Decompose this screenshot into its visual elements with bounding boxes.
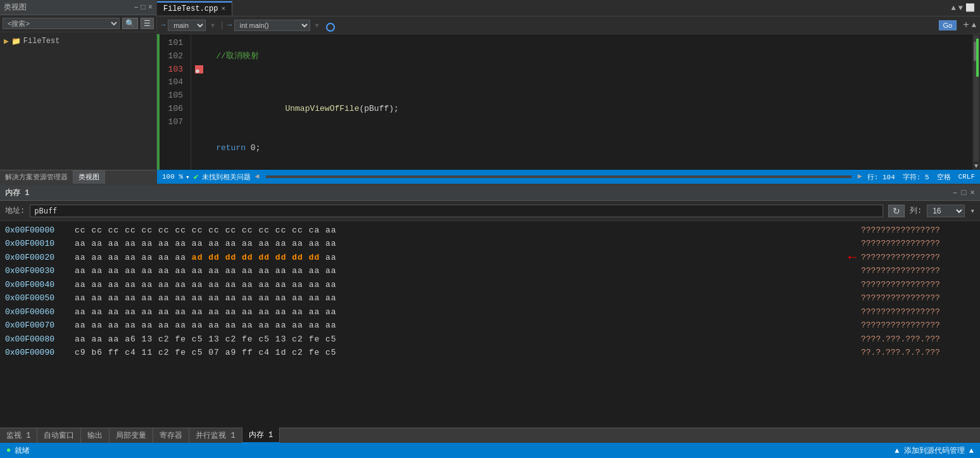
sidebar-filter-button[interactable]: ☰ [141, 18, 154, 29]
memory-float-icon[interactable]: □ [961, 188, 966, 198]
scrollbar-arrow-down[interactable]: ▼ [974, 163, 978, 170]
tab-registers[interactable]: 寄存器 [153, 428, 189, 443]
tab-parallel-watch[interactable]: 并行监视 1 [189, 428, 242, 443]
sidebar-dock-icon[interactable]: □ [141, 3, 146, 12]
sidebar-tree-item-filetest[interactable]: ▶ 📁 FileTest [4, 35, 153, 48]
mem-highlight-ad: ad dd dd dd dd dd dd dd [192, 253, 320, 262]
status-zoom[interactable]: 100 % ▾ [162, 173, 190, 181]
memory-row-9: 0x00F00090 c9 b6 ff c4 11 c2 fe c5 07 a9… [0, 346, 980, 359]
code-line-107: } [196, 169, 972, 170]
toolbar-function-select[interactable]: main [168, 20, 206, 31]
sidebar-close-icon[interactable]: × [148, 3, 153, 12]
editor-tab-arrows-up[interactable]: ▲ [952, 4, 956, 13]
mem-chars-4: ???????????????? [848, 278, 975, 291]
toolbar-sep2: ▾ [313, 19, 322, 32]
cols-dropdown-icon[interactable]: ▾ [970, 206, 975, 216]
mem-chars-5: ???????????????? [848, 291, 975, 305]
sidebar-search-button[interactable]: 🔍 [122, 18, 138, 29]
editor-tab-arrows-down[interactable]: ▼ [958, 4, 963, 13]
sidebar-search-select[interactable]: <搜索> [3, 18, 120, 29]
mem-chars-0: ???????????????? [848, 224, 975, 237]
code-funcname-103: UnmapViewOfFile [265, 104, 359, 113]
cols-select[interactable]: 16 [927, 205, 965, 217]
tree-item-label: FileTest [23, 37, 60, 46]
scroll-left-icon[interactable]: ◄ [254, 172, 259, 181]
tab-auto[interactable]: 自动窗口 [37, 428, 81, 443]
sidebar: 类视图 – □ × <搜索> 🔍 ☰ ▶ 📁 FileTes [0, 0, 157, 184]
go-button[interactable]: Go [939, 20, 957, 30]
editor-toolbar: → main ▾ | → int main() ▾ Go + ▲ [157, 16, 980, 34]
code-line-105: return 0; [196, 142, 972, 155]
status-crlf: CRLF [958, 173, 975, 181]
editor-scroll-up[interactable]: ▲ [972, 21, 976, 30]
status-message: 未找到相关问题 [202, 172, 251, 182]
toolbar-arrow-main: → [161, 21, 165, 30]
mem-chars-2: ???????????????? [848, 251, 975, 264]
sidebar-title-icons: – □ × [134, 3, 153, 12]
status-left: 100 % ▾ ✔ 未找到相关问题 ◄ ► [162, 172, 862, 182]
scroll-right-icon[interactable]: ► [858, 172, 862, 181]
keyword-return: return [216, 143, 246, 153]
line-num-106: 106 [160, 103, 185, 116]
sidebar-tab-solution[interactable]: 解决方案资源管理器 [0, 170, 73, 184]
mem-addr-5: 0x00F00050 [5, 291, 75, 305]
memory-content[interactable]: 0x00F00000 cc cc cc cc cc cc cc cc cc cc… [0, 221, 980, 428]
code-line-101 [196, 37, 972, 50]
mem-bytes-3: aa aa aa aa aa aa aa aa aa aa aa aa aa a… [75, 264, 848, 277]
memory-minimize-icon[interactable]: – [953, 188, 958, 198]
tab-watch1[interactable]: 监视 1 [0, 428, 37, 443]
mem-bytes-6: aa aa aa aa aa aa aa aa aa aa aa aa aa a… [75, 305, 848, 319]
mem-bytes-2: aa aa aa aa aa aa aa ad dd dd dd dd dd d… [75, 251, 848, 264]
memory-close-icon[interactable]: × [970, 188, 975, 198]
add-source-label[interactable]: ▲ 添加到源代码管理 ▲ [895, 445, 974, 456]
tab-output[interactable]: 输出 [81, 428, 110, 443]
mem-bytes-4: aa aa aa aa aa aa aa aa aa aa aa aa aa a… [75, 278, 848, 291]
line-num-101: 101 [160, 37, 185, 50]
mem-addr-6: 0x00F00060 [5, 305, 75, 319]
mem-bytes-7: aa aa aa aa aa aa aa aa aa aa aa aa aa a… [75, 319, 848, 332]
footer-status-bar: ● 就绪 ▲ 添加到源代码管理 ▲ [0, 443, 980, 458]
line-num-102: 102 [160, 50, 185, 63]
footer-right: ▲ 添加到源代码管理 ▲ [895, 445, 974, 456]
status-ready: 就绪 [15, 445, 30, 456]
sidebar-title-bar: 类视图 – □ × [0, 0, 156, 15]
line-num-103: 103 [160, 63, 185, 77]
mem-addr-9: 0x00F00090 [5, 346, 75, 359]
editor-window-btn[interactable]: ⬜ [965, 3, 975, 13]
tab-memory1[interactable]: 内存 1 [242, 428, 280, 443]
sidebar-pin-icon[interactable]: – [134, 3, 138, 12]
mem-addr-8: 0x00F00080 [5, 333, 75, 346]
editor-add-btn[interactable]: + [963, 20, 969, 31]
editor-tab-filecpp[interactable]: FileTest.cpp × [157, 1, 232, 15]
line-num-107: 107 [160, 116, 185, 129]
scrollbar-track[interactable] [974, 35, 979, 162]
mem-chars-8: ????.???.???.??? [848, 333, 975, 346]
memory-row-0: 0x00F00000 cc cc cc cc cc cc cc cc cc cc… [0, 224, 980, 237]
code-area[interactable]: //取消映射 ● UnmapViewOfFile(pBuff); return … [191, 34, 972, 170]
memory-title: 内存 1 [5, 188, 29, 198]
line-num-104: 104 [160, 76, 185, 89]
cols-label: 列: [910, 205, 922, 216]
memory-address-bar: 地址: ↻ 列: 16 ▾ [0, 201, 980, 221]
status-right: 行: 104 字符: 5 空格 CRLF [867, 172, 975, 182]
mem-bytes-5: aa aa aa aa aa aa aa aa aa aa aa aa aa a… [75, 291, 848, 305]
address-input[interactable] [30, 205, 883, 217]
code-line-102: //取消映射 [196, 50, 972, 63]
editor-scrollbar[interactable]: ▼ [972, 34, 980, 170]
refresh-button[interactable]: ↻ [888, 205, 905, 217]
status-space: 空格 [937, 172, 951, 182]
scroll-track[interactable] [266, 175, 851, 178]
memory-row-5: 0x00F00050 aa aa aa aa aa aa aa aa aa aa… [0, 291, 980, 305]
sidebar-tab-class[interactable]: 类视图 [73, 170, 105, 184]
mem-chars-9: ??.?.???.?.?.??? [848, 346, 975, 359]
tab-locals[interactable]: 局部变量 [110, 428, 153, 443]
toolbar-scope-select[interactable]: int main() [234, 20, 310, 31]
mem-chars-3: ???????????????? [848, 264, 975, 277]
editor-content[interactable]: 101 102 103 104 105 106 107 //取消映射 [157, 34, 972, 170]
zoom-dropdown-icon[interactable]: ▾ [185, 173, 190, 181]
mem-addr-7: 0x00F00070 [5, 319, 75, 332]
line-numbers: 101 102 103 104 105 106 107 [160, 34, 191, 170]
mem-addr-3: 0x00F00030 [5, 264, 75, 277]
tab-close-icon[interactable]: × [221, 5, 225, 13]
mem-addr-2: 0x00F00020 [5, 251, 75, 264]
